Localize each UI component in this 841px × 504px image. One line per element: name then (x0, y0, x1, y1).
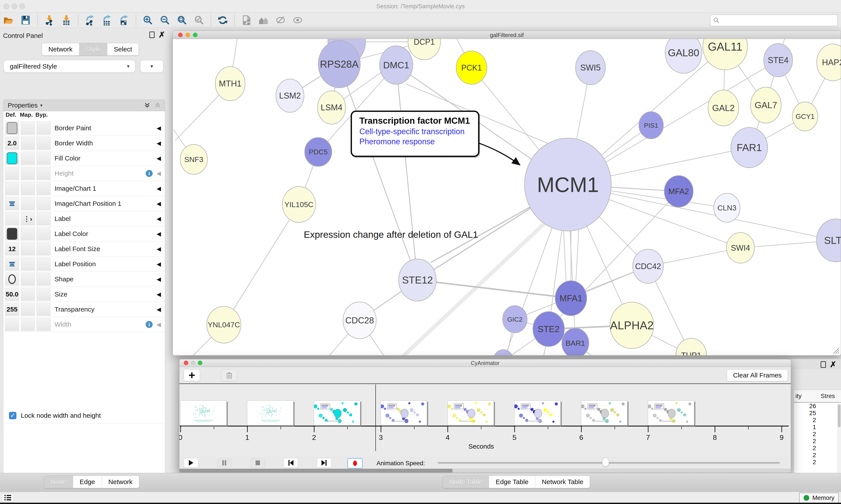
bypass-cell[interactable] (37, 273, 51, 286)
open-folder-icon[interactable] (2, 14, 15, 26)
mapping-cell[interactable]: ⋮› (21, 212, 35, 225)
node-cdc42[interactable]: CDC42 (633, 249, 663, 283)
frame-thumbnail-6[interactable] (514, 400, 561, 426)
property-row-shape[interactable]: Shape ◀ (3, 272, 164, 287)
bypass-cell[interactable] (37, 212, 51, 225)
frame-thumbnail-5[interactable] (447, 400, 494, 426)
expand-arrow-icon[interactable]: ◀ (157, 140, 161, 147)
zoom-selected-icon[interactable] (192, 14, 206, 26)
clear-all-frames-button[interactable]: Clear All Frames (727, 370, 788, 381)
bypass-cell[interactable] (37, 167, 51, 180)
default-value-cell[interactable] (5, 152, 19, 165)
table-row[interactable]: 2 (794, 459, 841, 466)
export-network-icon[interactable] (83, 14, 97, 26)
node-gal2[interactable]: GAL2 (708, 90, 739, 126)
export-table-icon[interactable] (100, 14, 114, 26)
table-row[interactable]: 26 (794, 403, 841, 410)
frame-thumbnail-7[interactable] (581, 400, 627, 426)
node-dmc1[interactable]: DMC1 (379, 46, 413, 84)
table-row[interactable]: 2 (794, 438, 841, 445)
timeline-playhead[interactable] (375, 384, 376, 451)
annotation-callout[interactable]: Transcription factor MCM1 Cell-type-spec… (351, 111, 479, 157)
frame-thumbnail-2[interactable] (247, 400, 293, 426)
network-file-icon[interactable] (239, 14, 253, 26)
tab-node[interactable]: Node (44, 476, 73, 488)
property-row-fill-color[interactable]: Fill Color ◀ (3, 151, 164, 166)
table-row[interactable]: 2 (794, 417, 841, 424)
tab-edge-table[interactable]: Edge Table (489, 476, 535, 488)
bypass-cell[interactable] (37, 122, 51, 134)
play-button[interactable] (184, 458, 198, 468)
add-frame-button[interactable] (184, 370, 200, 381)
mapping-cell[interactable] (21, 257, 35, 271)
close-panel-icon[interactable]: ✗ (830, 362, 836, 367)
bypass-cell[interactable] (37, 152, 51, 165)
node-table[interactable]: ity Stres 26252122222 (793, 390, 841, 474)
property-row-transparency[interactable]: 255 Transparency ◀ (3, 302, 164, 317)
mapping-cell[interactable] (21, 303, 35, 316)
node-pdc5[interactable]: PDC5 (305, 138, 332, 166)
node-gcy1[interactable]: GCY1 (792, 102, 818, 131)
bypass-cell[interactable] (37, 318, 51, 331)
node-rps28a[interactable]: RPS28A (318, 40, 360, 88)
property-row-label-color[interactable]: Label Color ◀ (3, 227, 164, 241)
node-ste2[interactable]: STE2 (533, 311, 565, 346)
bypass-cell[interactable] (37, 242, 51, 255)
annotation-link[interactable]: Pheromone response (359, 137, 478, 147)
property-row-width[interactable]: Width i ◀ (3, 317, 164, 332)
node-cln3[interactable]: CLN3 (714, 193, 740, 222)
expand-arrow-icon[interactable]: ◀ (157, 215, 161, 222)
resize-grip[interactable] (831, 346, 839, 354)
default-value-cell[interactable]: 50.0 (5, 288, 19, 301)
bypass-cell[interactable] (37, 137, 51, 150)
expand-arrow-icon[interactable]: ◀ (157, 125, 161, 131)
tab-edge[interactable]: Edge (73, 476, 102, 488)
bypass-cell[interactable] (37, 288, 51, 301)
default-value-cell[interactable] (5, 257, 19, 271)
stop-button[interactable] (250, 458, 265, 468)
expand-arrow-icon[interactable]: ◀ (157, 231, 161, 237)
network-window-titlebar[interactable]: galFiltered.sif (173, 31, 841, 39)
expand-arrow-icon[interactable]: ◀ (157, 306, 161, 313)
property-row-border-paint[interactable]: Border Paint ◀ (3, 121, 164, 136)
expand-arrow-icon[interactable]: ◀ (157, 276, 161, 283)
default-value-cell[interactable]: 2.0 (5, 137, 19, 150)
default-value-cell[interactable]: 12 (5, 242, 19, 255)
expand-arrow-icon[interactable]: ◀ (157, 321, 161, 328)
expand-arrow-icon[interactable]: ◀ (157, 170, 161, 177)
tab-network[interactable]: Network (102, 476, 139, 488)
node-far1[interactable]: FAR1 (731, 127, 768, 168)
save-icon[interactable] (19, 14, 32, 26)
info-icon[interactable]: i (146, 321, 153, 328)
frames-timeline[interactable]: 0123456789 Seconds (179, 384, 791, 457)
show-details-icon[interactable] (291, 14, 304, 26)
zoom-in-icon[interactable] (141, 14, 155, 26)
property-row-image-chart-1[interactable]: Image/Chart 1 ◀ (3, 181, 164, 196)
expand-arrow-icon[interactable]: ◀ (157, 291, 161, 298)
mapping-cell[interactable] (21, 227, 35, 240)
bypass-cell[interactable] (37, 197, 51, 210)
mapping-cell[interactable] (21, 288, 35, 301)
delete-frame-button[interactable] (221, 370, 237, 381)
float-panel-icon[interactable] (149, 32, 155, 38)
frame-thumbnail-1[interactable] (180, 400, 227, 426)
property-row-border-width[interactable]: 2.0 Border Width ◀ (3, 136, 164, 151)
node-bar1[interactable]: BAR1 (562, 328, 589, 355)
mapping-cell[interactable] (21, 137, 35, 150)
node-ste4[interactable]: STE4 (764, 43, 793, 77)
property-row-image-chart-position-1[interactable]: Image/Chart Position 1 ◀ (3, 196, 164, 211)
node-gic2[interactable]: GIC2 (503, 306, 527, 333)
property-row-label[interactable]: ⋮› Label ◀ (3, 211, 164, 227)
property-row-size[interactable]: 50.0 Size ◀ (3, 287, 164, 302)
node-yil105c[interactable]: YIL105C (282, 186, 316, 222)
default-value-cell[interactable] (5, 273, 19, 286)
table-row[interactable]: 2 (794, 431, 841, 438)
timeline-scrollbar[interactable] (179, 469, 791, 473)
slider-knob[interactable] (602, 457, 609, 467)
refresh-icon[interactable] (216, 14, 230, 26)
cyanimator-titlebar[interactable]: CyAnimator (179, 359, 791, 367)
node-ste12[interactable]: STE12 (399, 259, 436, 301)
property-row-height[interactable]: Height i ◀ (3, 166, 164, 181)
bypass-cell[interactable] (37, 182, 51, 195)
table-row[interactable]: 2 (794, 445, 841, 452)
